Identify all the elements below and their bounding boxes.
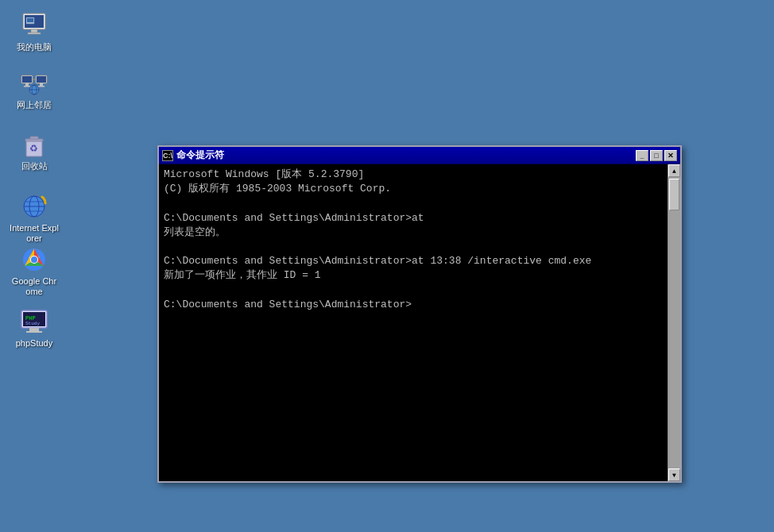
desktop-icon-ie[interactable]: Internet Explorer (6, 189, 62, 247)
scroll-down-button[interactable]: ▼ (668, 468, 680, 481)
scroll-track (668, 177, 680, 468)
desktop-icon-chrome[interactable]: Google Chrome (6, 242, 62, 300)
network-neighborhood-icon (20, 69, 48, 98)
desktop-icon-my-computer[interactable]: 我的电脑 (6, 8, 62, 56)
desktop-icon-network[interactable]: 网上邻居 (6, 66, 62, 114)
svg-rect-9 (24, 86, 30, 87)
my-computer-label: 我的电脑 (17, 42, 52, 52)
svg-rect-11 (37, 76, 46, 83)
desktop-icon-recycle[interactable]: ♻ 回收站 (6, 127, 62, 175)
cmd-content-area[interactable]: Microsoft Windows [版本 5.2.3790] (C) 版权所有… (159, 164, 668, 481)
cmd-minimize-button[interactable]: _ (636, 150, 648, 161)
chrome-label: Google Chrome (10, 276, 59, 297)
cmd-window: C:\ 命令提示符 _ □ ✕ Microsoft Windows [版本 5.… (157, 145, 682, 483)
cmd-title-left: C:\ 命令提示符 (162, 148, 224, 162)
recycle-label: 回收站 (21, 161, 48, 172)
svg-rect-20 (30, 137, 38, 139)
svg-rect-12 (40, 83, 43, 86)
cmd-scrollbar: ▲ ▼ (668, 164, 680, 481)
svg-rect-2 (31, 29, 37, 33)
my-computer-icon (20, 11, 48, 40)
phpstudy-icon: PHP Study (20, 307, 48, 336)
svg-rect-13 (38, 86, 45, 87)
svg-rect-34 (29, 328, 39, 331)
svg-rect-8 (25, 83, 29, 86)
svg-text:Study: Study (25, 321, 40, 326)
ie-label: Internet Explorer (10, 223, 59, 244)
svg-rect-35 (26, 331, 42, 333)
recycle-bin-icon: ♻ (20, 130, 48, 159)
network-label: 网上邻居 (17, 100, 52, 110)
cmd-body: Microsoft Windows [版本 5.2.3790] (C) 版权所有… (159, 164, 680, 481)
svg-rect-7 (22, 76, 32, 83)
cmd-title-text: 命令提示符 (176, 148, 224, 162)
svg-point-31 (31, 256, 37, 263)
phpstudy-label: phpStudy (16, 338, 52, 349)
google-chrome-icon (20, 245, 48, 274)
svg-rect-5 (27, 18, 33, 22)
svg-rect-3 (28, 33, 41, 34)
scroll-thumb[interactable] (669, 179, 679, 210)
cmd-maximize-button[interactable]: □ (650, 150, 663, 161)
cmd-title-icon: C:\ (162, 150, 173, 161)
internet-explorer-icon (20, 192, 48, 221)
scroll-up-button[interactable]: ▲ (668, 164, 680, 177)
cmd-title-buttons: _ □ ✕ (636, 150, 677, 161)
cmd-close-button[interactable]: ✕ (664, 150, 677, 161)
cmd-titlebar: C:\ 命令提示符 _ □ ✕ (159, 147, 680, 164)
desktop-icon-phpstudy[interactable]: PHP Study phpStudy (6, 304, 62, 352)
svg-text:♻: ♻ (29, 143, 38, 154)
